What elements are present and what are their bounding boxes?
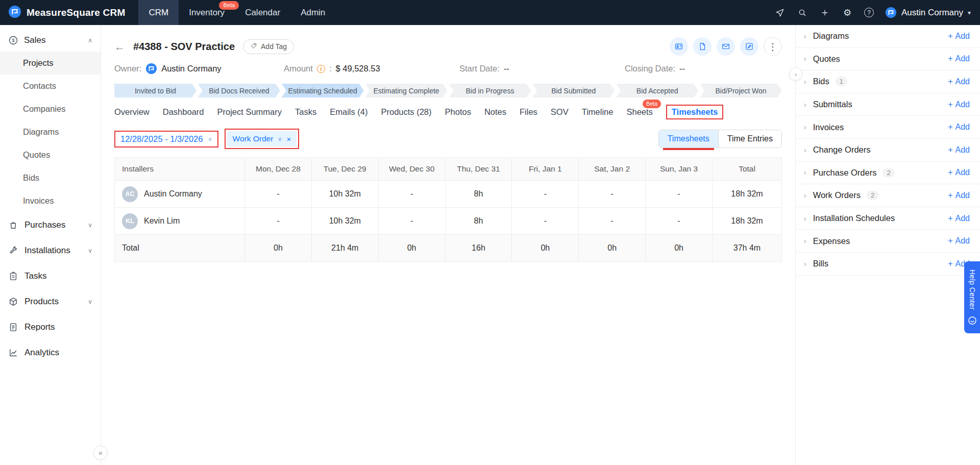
sidebar-item-contacts[interactable]: Contacts	[0, 75, 101, 97]
chip-label: Work Order	[233, 134, 274, 143]
tab-overview[interactable]: Overview	[114, 105, 150, 119]
add-invoice-button[interactable]: +Add	[948, 123, 970, 132]
installer-name: Kevin Lim	[144, 216, 180, 226]
panel-collapse-button[interactable]: ›	[789, 67, 802, 81]
send-icon[interactable]	[774, 7, 786, 18]
tab-timeline[interactable]: Timeline	[582, 105, 614, 119]
panel-row-diagrams[interactable]: › Diagrams +Add	[796, 25, 980, 48]
sidebar-section-reports[interactable]: Reports	[0, 314, 101, 340]
add-bid-button[interactable]: +Add	[948, 77, 970, 86]
more-actions-button[interactable]: ⋮	[764, 37, 782, 56]
panel-row-work-orders[interactable]: › Work Orders 2 +Add	[796, 184, 980, 207]
total-cell: 0h	[646, 235, 713, 262]
mail-icon[interactable]	[717, 37, 735, 56]
tab-project-summary[interactable]: Project Summary	[217, 105, 282, 119]
sidebar-item-invoices[interactable]: Invoices	[0, 189, 101, 212]
document-icon[interactable]	[693, 37, 712, 56]
tab-dashboard[interactable]: Dashboard	[163, 105, 204, 119]
panel-row-bills[interactable]: › Bills +Add	[796, 253, 980, 276]
nav-item-inventory[interactable]: Inventory Beta	[179, 0, 235, 25]
work-order-filter-chip[interactable]: Work Order ∨ ×	[227, 131, 297, 146]
total-cell: 21h 4m	[311, 235, 378, 262]
panel-row-bids[interactable]: › Bids 1 +Add	[796, 70, 980, 93]
tab-photos[interactable]: Photos	[445, 105, 471, 119]
add-work-order-button[interactable]: +Add	[948, 191, 970, 200]
help-center-tab[interactable]: Help Center	[964, 261, 980, 333]
sidebar-item-diagrams[interactable]: Diagrams	[0, 120, 101, 143]
sidebar-item-bids[interactable]: Bids	[0, 166, 101, 189]
add-change-order-button[interactable]: +Add	[948, 145, 970, 155]
tab-notes[interactable]: Notes	[484, 105, 506, 119]
add-purchase-order-button[interactable]: +Add	[948, 168, 970, 177]
add-diagram-button[interactable]: +Add	[948, 32, 970, 41]
back-button[interactable]: ←	[114, 41, 125, 52]
panel-row-label: Installation Schedules	[813, 213, 895, 223]
sidebar-item-label: Contacts	[23, 81, 56, 90]
nav-item-calendar[interactable]: Calendar	[235, 0, 290, 25]
toggle-timesheets[interactable]: Timesheets	[659, 130, 718, 148]
right-panel: › › Diagrams +Add › Quotes +Add › Bids 1…	[795, 25, 980, 465]
panel-row-quotes[interactable]: › Quotes +Add	[796, 48, 980, 71]
stage-bid-submitted[interactable]: Bid Submitted	[532, 84, 615, 97]
panel-row-purchase-orders[interactable]: › Purchase Orders 2 +Add	[796, 162, 980, 185]
panel-row-change-orders[interactable]: › Change Orders +Add	[796, 139, 980, 162]
panel-row-expenses[interactable]: › Expenses +Add	[796, 230, 980, 253]
tab-sheets[interactable]: Sheets Beta	[626, 105, 652, 119]
sidebar-section-analytics[interactable]: Analytics	[0, 340, 101, 365]
sidebar-section-installations[interactable]: Installations ∨	[0, 238, 101, 263]
sidebar-section-purchases[interactable]: Purchases ∨	[0, 212, 101, 238]
add-tag-button[interactable]: Add Tag	[243, 39, 294, 54]
panel-row-submittals[interactable]: › Submittals +Add	[796, 93, 980, 116]
add-label: Add	[955, 191, 970, 200]
sidebar-collapse-button[interactable]: «	[93, 446, 108, 460]
close-icon[interactable]: ×	[286, 135, 291, 143]
toggle-time-entries[interactable]: Time Entries	[718, 130, 781, 148]
stage-bid-docs-received[interactable]: Bid Docs Received	[198, 84, 280, 97]
amount-info-icon[interactable]: i	[317, 65, 325, 73]
panel-row-label: Quotes	[813, 54, 840, 64]
brand[interactable]: MeasureSquare CRM	[8, 0, 125, 25]
user-name: Austin Cormany	[901, 8, 963, 18]
stage-bid-in-progress[interactable]: Bid in Progress	[449, 84, 531, 97]
add-submittal-button[interactable]: +Add	[948, 100, 970, 109]
navbar-right: ⚙ ? Austin Cormany ▾	[774, 0, 980, 25]
sidebar-item-companies[interactable]: Companies	[0, 97, 101, 120]
nav-item-admin[interactable]: Admin	[290, 0, 335, 25]
nav-item-crm[interactable]: CRM	[138, 0, 179, 25]
help-question-icon[interactable]: ?	[864, 8, 874, 17]
sidebar-item-quotes[interactable]: Quotes	[0, 143, 101, 166]
panel-row-installation-schedules[interactable]: › Installation Schedules +Add	[796, 207, 980, 230]
stage-estimating-scheduled[interactable]: Estimating Scheduled	[282, 84, 364, 97]
sidebar-section-sales[interactable]: $ Sales ∧	[0, 29, 101, 52]
add-icon[interactable]	[819, 7, 830, 18]
tab-emails[interactable]: Emails (4)	[330, 105, 368, 119]
settings-gear-icon[interactable]: ⚙	[842, 7, 853, 18]
stage-bid-project-won[interactable]: Bid/Project Won	[700, 84, 782, 97]
tab-products[interactable]: Products (28)	[381, 105, 431, 119]
add-expense-button[interactable]: +Add	[948, 236, 970, 246]
plus-icon: +	[948, 168, 952, 177]
caret-down-icon: ▾	[968, 9, 971, 16]
tab-files[interactable]: Files	[520, 105, 537, 119]
sidebar-item-projects[interactable]: Projects	[0, 52, 101, 75]
panel-row-invoices[interactable]: › Invoices +Add	[796, 116, 980, 139]
stage-bid-accepted[interactable]: Bid Accepted	[616, 84, 698, 97]
add-installation-schedule-button[interactable]: +Add	[948, 214, 970, 223]
add-quote-button[interactable]: +Add	[948, 54, 970, 63]
total-cell: 0h	[245, 235, 312, 262]
contact-card-icon[interactable]	[670, 37, 688, 56]
tab-timesheets[interactable]: Timesheets	[672, 105, 718, 118]
edit-icon[interactable]	[740, 37, 758, 56]
stage-estimating-complete[interactable]: Estimating Complete	[365, 84, 448, 97]
search-icon[interactable]	[797, 7, 808, 18]
sidebar-section-label: Products	[24, 297, 59, 307]
date-range-picker[interactable]: 12/28/2025 - 1/3/2026 ∨	[115, 132, 217, 146]
tab-tasks[interactable]: Tasks	[295, 105, 316, 119]
sidebar-section-products[interactable]: Products ∨	[0, 289, 101, 314]
tab-sov[interactable]: SOV	[551, 105, 569, 119]
nav-item-label: CRM	[149, 8, 168, 18]
stage-invited-to-bid[interactable]: Invited to Bid	[114, 84, 197, 97]
user-menu[interactable]: Austin Cormany ▾	[885, 7, 971, 18]
col-sun: Sun, Jan 3	[646, 158, 713, 181]
sidebar-section-tasks[interactable]: Tasks	[0, 263, 101, 289]
